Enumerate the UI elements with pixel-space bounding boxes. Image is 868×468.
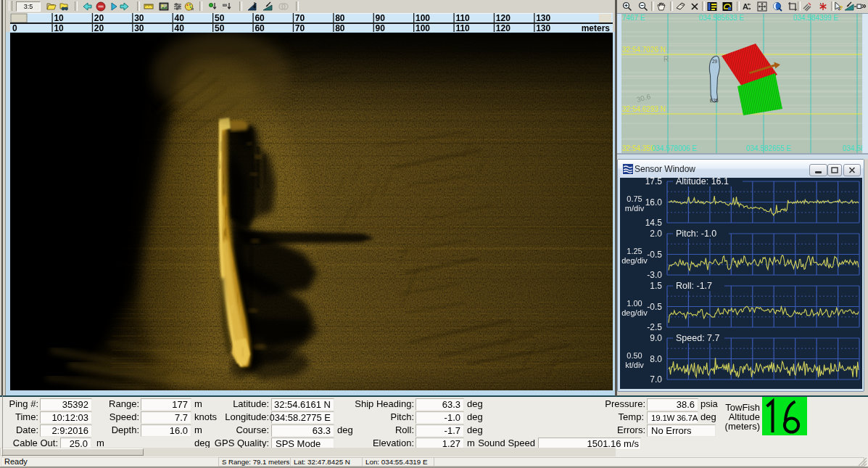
svg-text:20: 20	[94, 13, 104, 23]
svg-text:110: 110	[455, 13, 470, 23]
svg-text:0.50: 0.50	[627, 351, 642, 360]
svg-text:30: 30	[134, 23, 144, 33]
svg-text:034.584399 E: 034.584399 E	[793, 14, 839, 22]
svg-text:32:54.356: 32:54.356	[622, 144, 655, 152]
svg-text:deg/div: deg/div	[621, 256, 648, 265]
svg-text:m/div: m/div	[625, 204, 645, 213]
svg-text:50: 50	[215, 13, 225, 23]
svg-text:034.585633 E: 034.585633 E	[699, 14, 745, 22]
svg-text:120: 120	[496, 23, 511, 33]
svg-text:-3.0: -3.0	[647, 270, 662, 280]
svg-text:90: 90	[376, 23, 386, 33]
svg-text:17.5: 17.5	[645, 178, 663, 186]
svg-text:-2.5: -2.5	[647, 322, 662, 332]
svg-text:7.0: 7.0	[650, 374, 662, 385]
svg-text:32:54.7026 N: 32:54.7026 N	[622, 46, 666, 54]
svg-text:-0.5: -0.5	[647, 302, 662, 312]
svg-text:1.5: 1.5	[650, 281, 662, 291]
svg-text:0.75: 0.75	[627, 194, 642, 203]
svg-text:80: 80	[335, 23, 345, 33]
svg-text:2.0: 2.0	[650, 229, 662, 239]
svg-text:10: 10	[54, 23, 64, 33]
svg-text:29: 29	[712, 59, 718, 64]
svg-text:034.582655 E: 034.582655 E	[746, 144, 792, 152]
svg-text:E35: E35	[710, 98, 719, 103]
svg-text:130: 130	[536, 13, 550, 23]
svg-text:14.5: 14.5	[645, 218, 663, 228]
svg-text:30: 30	[134, 13, 144, 23]
svg-text:Speed: 7.7: Speed: 7.7	[676, 333, 720, 343]
svg-text:-0.5: -0.5	[647, 250, 662, 260]
svg-text:100: 100	[416, 13, 430, 23]
svg-text:70: 70	[295, 23, 305, 33]
svg-text:32:54.6293 N: 32:54.6293 N	[622, 105, 666, 113]
svg-text:8.0: 8.0	[650, 354, 662, 364]
svg-text:60: 60	[255, 13, 265, 23]
svg-text:Roll: -1.7: Roll: -1.7	[676, 281, 712, 291]
svg-text:1.25: 1.25	[627, 247, 642, 255]
svg-text:80: 80	[335, 13, 345, 23]
svg-text:7467 E: 7467 E	[622, 14, 645, 22]
svg-text:100: 100	[416, 23, 430, 33]
svg-text:90: 90	[376, 13, 386, 23]
svg-text:40: 40	[175, 23, 185, 33]
svg-text:1.00: 1.00	[627, 299, 642, 308]
svg-text:deg/div: deg/div	[621, 308, 648, 317]
svg-text:120: 120	[496, 13, 511, 23]
svg-text:0: 0	[12, 23, 17, 33]
svg-text:034.58: 034.58	[843, 144, 862, 152]
svg-text:130: 130	[536, 23, 550, 33]
svg-text:50: 50	[215, 23, 225, 33]
svg-text:110: 110	[455, 23, 470, 33]
svg-text:A: A	[743, 2, 748, 11]
svg-text:16.0: 16.0	[645, 197, 663, 208]
svg-text:kt/div: kt/div	[625, 361, 644, 369]
svg-text:034.578006 E: 034.578006 E	[652, 144, 698, 152]
svg-text:Pitch: -1.0: Pitch: -1.0	[676, 229, 716, 239]
svg-text:?: ?	[839, 4, 843, 12]
svg-text:60: 60	[255, 23, 265, 33]
svg-text:meters: meters	[582, 23, 611, 33]
svg-text:40: 40	[175, 13, 185, 23]
svg-text:10: 10	[54, 13, 64, 23]
svg-text:70: 70	[295, 13, 305, 23]
svg-text:20: 20	[94, 23, 104, 33]
svg-text:Altitude: 16.1: Altitude: 16.1	[676, 178, 729, 186]
svg-text:R: R	[664, 55, 669, 63]
svg-text:9.0: 9.0	[650, 333, 662, 343]
